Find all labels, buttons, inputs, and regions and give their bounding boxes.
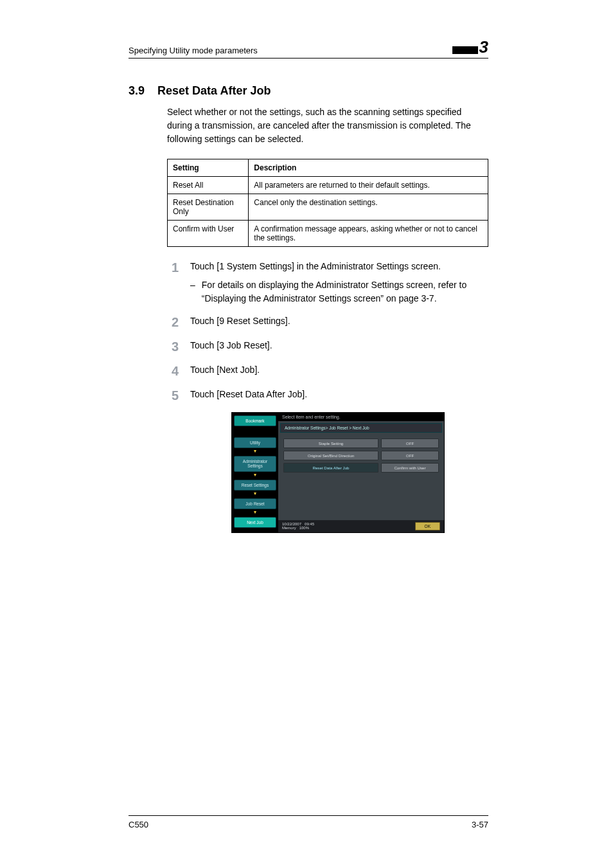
ts-row: Reset Data After Job Confirm with User bbox=[283, 463, 439, 473]
ts-footer: 10/22/2007 09:45 Memory 100% OK bbox=[278, 520, 444, 532]
ts-bookmark-button[interactable]: Bookmark bbox=[234, 415, 276, 426]
dash-icon: – bbox=[190, 278, 195, 305]
step: 3 Touch [3 Job Reset]. bbox=[167, 339, 488, 354]
step: 2 Touch [9 Reset Settings]. bbox=[167, 314, 488, 330]
step-number: 2 bbox=[167, 314, 179, 330]
step-number: 4 bbox=[167, 363, 179, 379]
step: 5 Touch [Reset Data After Job]. bbox=[167, 388, 488, 403]
table-row: Reset Destina­tion Only Cancel only the … bbox=[168, 194, 488, 221]
chevron-down-icon: ▾ bbox=[234, 473, 276, 478]
ts-row: Original Set/Bind Direction OFF bbox=[283, 451, 439, 460]
running-header: Specifying Utility mode parameters 3 bbox=[129, 39, 488, 59]
touchscreen-sidebar: Bookmark Utility ▾ Administrator Setting… bbox=[232, 413, 278, 532]
step-text: Touch [1 System Settings] in the Adminis… bbox=[190, 260, 488, 305]
ts-staple-button[interactable]: Staple Setting bbox=[283, 439, 378, 448]
ts-breadcrumb: Administrator Settings> Job Reset > Next… bbox=[280, 423, 442, 433]
ts-reset-data-button[interactable]: Reset Data After Job bbox=[283, 463, 378, 473]
page-footer: C550 3-57 bbox=[129, 815, 488, 829]
section-title: Reset Data After Job bbox=[157, 84, 271, 98]
chapter-stripe bbox=[452, 46, 478, 54]
running-title: Specifying Utility mode parameters bbox=[129, 46, 258, 55]
ts-bind-direction-value: OFF bbox=[381, 451, 439, 460]
ts-body: Staple Setting OFF Original Set/Bind Dir… bbox=[278, 435, 444, 520]
footer-page: 3-57 bbox=[472, 820, 488, 829]
ts-footer-left: 10/22/2007 09:45 Memory 100% bbox=[282, 522, 314, 530]
ts-job-reset-button[interactable]: Job Reset bbox=[234, 498, 276, 509]
step-number: 3 bbox=[167, 339, 179, 354]
step: 4 Touch [Next Job]. bbox=[167, 363, 488, 379]
ts-ok-button[interactable]: OK bbox=[415, 522, 440, 530]
chevron-down-icon: ▾ bbox=[234, 510, 276, 515]
table-row: Reset All All parameters are returned to… bbox=[168, 177, 488, 194]
ts-next-job-button[interactable]: Next Job bbox=[234, 517, 276, 528]
touchscreen-figure: Bookmark Utility ▾ Administrator Setting… bbox=[231, 412, 445, 533]
step-text: Touch [Reset Data After Job]. bbox=[190, 388, 488, 401]
chevron-down-icon: ▾ bbox=[234, 491, 276, 496]
ts-reset-data-value: Confirm with User bbox=[381, 463, 439, 473]
step-text: Touch [3 Job Reset]. bbox=[190, 339, 488, 352]
th-description: Description bbox=[249, 159, 488, 177]
substep-text: For details on displaying the Administra… bbox=[202, 278, 488, 305]
ts-utility-button[interactable]: Utility bbox=[234, 437, 276, 448]
step-text: Touch [9 Reset Settings]. bbox=[190, 314, 488, 328]
td-setting: Reset All bbox=[168, 177, 249, 194]
td-setting: Reset Destina­tion Only bbox=[168, 194, 249, 221]
footer-model: C550 bbox=[129, 820, 148, 829]
section-heading: 3.9 Reset Data After Job bbox=[129, 84, 488, 98]
td-setting: Confirm with User bbox=[168, 221, 249, 247]
ts-admin-button[interactable]: Administrator Settings bbox=[234, 456, 276, 471]
ts-mem-label: Memory bbox=[282, 526, 296, 530]
step-number: 1 bbox=[167, 260, 179, 275]
step-number: 5 bbox=[167, 388, 179, 403]
steps-list: 1 Touch [1 System Settings] in the Admin… bbox=[167, 260, 488, 533]
chapter-badge: 3 bbox=[452, 39, 488, 55]
ts-row: Staple Setting OFF bbox=[283, 439, 439, 448]
settings-table: Setting Description Reset All All parame… bbox=[167, 159, 488, 247]
table-header-row: Setting Description bbox=[168, 159, 488, 177]
ts-bind-direction-button[interactable]: Original Set/Bind Direction bbox=[283, 451, 378, 460]
ts-instruction: Select item and enter setting. bbox=[278, 413, 444, 421]
step: 1 Touch [1 System Settings] in the Admin… bbox=[167, 260, 488, 305]
step-text: Touch [Next Job]. bbox=[190, 363, 488, 377]
section-intro: Select whether or not the settings, such… bbox=[167, 105, 488, 146]
section-number: 3.9 bbox=[129, 84, 145, 98]
step-body: Touch [1 System Settings] in the Adminis… bbox=[190, 261, 441, 271]
chevron-down-icon: ▾ bbox=[234, 449, 276, 454]
chapter-number: 3 bbox=[479, 39, 488, 55]
touchscreen-main: Select item and enter setting. Administr… bbox=[278, 413, 444, 532]
td-description: A confirmation message appears, asking w… bbox=[249, 221, 488, 247]
substep: – For details on displaying the Administ… bbox=[190, 278, 488, 305]
ts-staple-value: OFF bbox=[381, 439, 439, 448]
table-row: Confirm with User A confirmation message… bbox=[168, 221, 488, 247]
th-setting: Setting bbox=[168, 159, 249, 177]
td-description: Cancel only the destination settings. bbox=[249, 194, 488, 221]
td-description: All parameters are returned to their def… bbox=[249, 177, 488, 194]
ts-mem-value: 100% bbox=[299, 526, 309, 530]
ts-reset-settings-button[interactable]: Reset Settings bbox=[234, 480, 276, 491]
